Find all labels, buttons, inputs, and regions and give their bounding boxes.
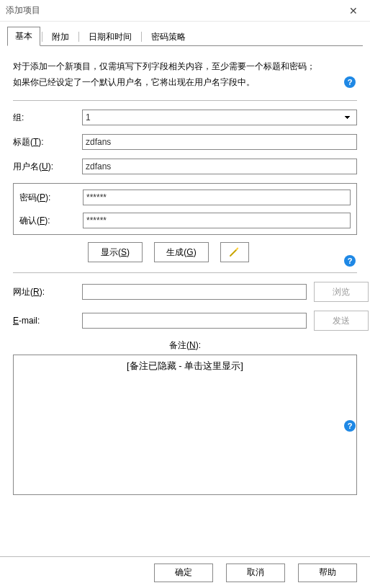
tab-bar: 基本 附加 日期和时间 密码策略 [7, 27, 363, 46]
label-confirm: 确认(F): [19, 215, 83, 227]
row-title: 标题(T): [13, 134, 357, 150]
row-password: 密码(P): [19, 190, 351, 205]
dialog-body: 基本 附加 日期和时间 密码策略 对于添加一个新项目，仅需填写下列字段相关内容，… [0, 27, 370, 495]
url-input[interactable] [82, 284, 307, 300]
password-input[interactable] [83, 190, 351, 205]
tab-basic[interactable]: 基本 [7, 27, 40, 46]
tab-policy[interactable]: 密码策略 [143, 27, 194, 46]
row-url: 网址(R): 浏览 [13, 282, 357, 302]
row-confirm: 确认(F): [19, 213, 351, 228]
help-icon[interactable]: ? [344, 255, 356, 267]
email-input[interactable] [82, 313, 307, 329]
tab-separator [141, 32, 142, 42]
help-icon[interactable]: ? [344, 420, 356, 432]
divider [13, 272, 357, 273]
intro-text: 对于添加一个新项目，仅需填写下列字段相关内容，至少需要一个标题和密码； 如果你已… [13, 59, 357, 90]
label-group: 组: [13, 112, 82, 124]
row-group: 组: 1 [13, 110, 357, 125]
close-icon[interactable]: ✕ [343, 5, 364, 17]
confirm-input[interactable] [83, 213, 351, 228]
divider [13, 100, 357, 101]
titlebar: 添加项目 ✕ [0, 0, 370, 22]
label-email: E-mail: [13, 316, 82, 326]
title-input[interactable] [82, 134, 357, 150]
row-username: 用户名(U): [13, 159, 357, 174]
password-buttons: 显示(S) 生成(G) [88, 242, 357, 262]
intro-line2: 如果你已经设定了一个默认用户名，它将出现在用户名字段中。 [13, 77, 255, 87]
wand-icon [229, 246, 240, 259]
cancel-button[interactable]: 取消 [226, 564, 285, 582]
browse-button[interactable]: 浏览 [314, 282, 369, 302]
password-group: 密码(P): 确认(F): [13, 183, 357, 235]
tab-separator [78, 32, 79, 42]
label-notes: 备注(N): [13, 339, 357, 352]
label-password: 密码(P): [19, 192, 83, 204]
dialog-button-bar: 确定 取消 帮助 [0, 556, 370, 588]
tab-extra[interactable]: 附加 [44, 27, 77, 46]
send-button[interactable]: 发送 [314, 311, 369, 331]
tab-content: 对于添加一个新项目，仅需填写下列字段相关内容，至少需要一个标题和密码； 如果你已… [0, 46, 370, 495]
tab-datetime[interactable]: 日期和时间 [81, 27, 140, 46]
help-icon[interactable]: ? [344, 76, 356, 88]
help-button[interactable]: 帮助 [298, 564, 357, 582]
intro-line1: 对于添加一个新项目，仅需填写下列字段相关内容，至少需要一个标题和密码； [13, 61, 315, 71]
label-username: 用户名(U): [13, 161, 82, 173]
generate-password-button[interactable]: 生成(G) [154, 242, 209, 262]
window-title: 添加项目 [6, 4, 40, 17]
notes-area[interactable]: [备注已隐藏 - 单击这里显示] [13, 355, 357, 495]
show-password-button[interactable]: 显示(S) [88, 242, 143, 262]
wand-button[interactable] [220, 242, 249, 262]
username-input[interactable] [82, 159, 357, 174]
row-email: E-mail: 发送 [13, 311, 357, 331]
label-url: 网址(R): [13, 286, 82, 298]
group-select[interactable]: 1 [82, 110, 357, 125]
ok-button[interactable]: 确定 [154, 564, 213, 582]
tab-separator [42, 32, 42, 42]
label-title: 标题(T): [13, 136, 82, 148]
